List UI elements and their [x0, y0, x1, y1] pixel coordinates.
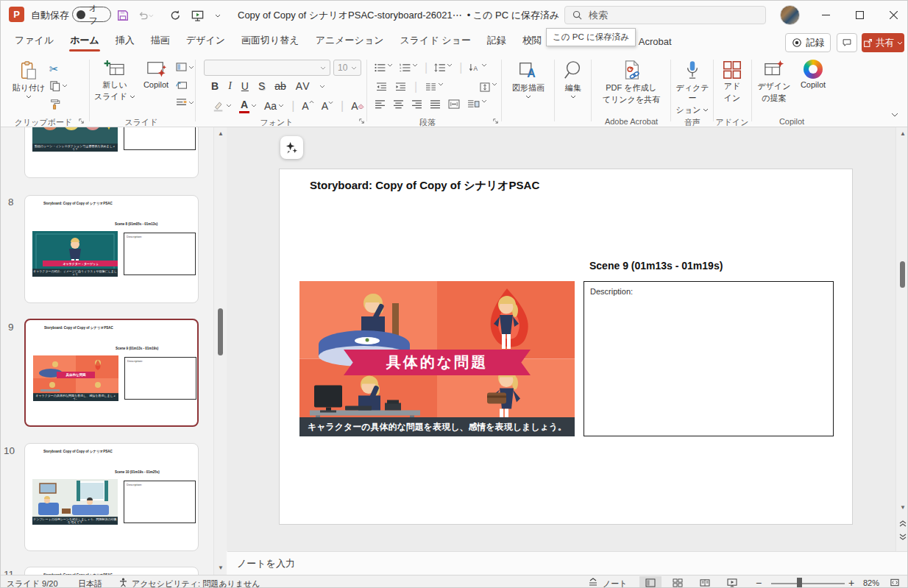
- character-spacing-button[interactable]: AV: [296, 80, 311, 92]
- slide-sorter-view-button[interactable]: [667, 576, 689, 588]
- share-button[interactable]: 共有: [862, 33, 904, 52]
- bold-button[interactable]: B: [211, 80, 219, 92]
- cut-button[interactable]: ✂: [49, 63, 59, 76]
- slide-thumbnail-9-selected[interactable]: Storyboard: Copy of Copy of シナリオPSAC Sce…: [24, 319, 199, 427]
- quick-access-more-button[interactable]: [210, 7, 226, 24]
- text-direction-button[interactable]: A: [469, 63, 487, 72]
- align-right-button[interactable]: [411, 100, 422, 109]
- tab-home[interactable]: ホーム: [62, 28, 107, 54]
- addins-button[interactable]: アド イン: [716, 60, 748, 104]
- slide-canvas[interactable]: Storyboard: Copy of Copy of シナリオPSAC Sce…: [279, 169, 853, 525]
- slide-title[interactable]: Storyboard: Copy of Copy of シナリオPSAC: [310, 179, 539, 193]
- slide-layout-button[interactable]: [176, 63, 194, 71]
- zoom-slider-track[interactable]: [771, 583, 845, 584]
- powerpoint-logo-icon[interactable]: P: [9, 7, 24, 22]
- scroll-down-icon[interactable]: ▼: [214, 564, 227, 571]
- shrink-font-button[interactable]: A: [322, 100, 333, 112]
- tab-transitions[interactable]: 画面切り替え: [233, 28, 308, 54]
- zoom-slider-thumb[interactable]: [797, 578, 802, 588]
- copy-button[interactable]: [49, 80, 68, 91]
- increase-indent-button[interactable]: [395, 82, 406, 91]
- section-button[interactable]: [176, 98, 194, 107]
- grow-font-button[interactable]: A: [302, 100, 313, 112]
- design-ideas-button[interactable]: デザイン の提案: [754, 60, 794, 104]
- drawing-button[interactable]: A 図形描画: [506, 60, 551, 99]
- align-text-button[interactable]: [480, 82, 497, 92]
- scroll-up-icon[interactable]: ▲: [214, 130, 227, 137]
- tab-record[interactable]: 記録: [479, 28, 514, 54]
- columns-button[interactable]: [425, 82, 444, 91]
- spacing-dropdown-icon[interactable]: [319, 85, 325, 88]
- highlight-button[interactable]: [213, 100, 232, 112]
- line-spacing-button[interactable]: [434, 63, 453, 72]
- justify-button[interactable]: [430, 100, 441, 109]
- description-box[interactable]: Description:: [584, 281, 834, 436]
- close-button[interactable]: [876, 1, 908, 29]
- zoom-in-button[interactable]: +: [848, 577, 854, 588]
- decrease-indent-button[interactable]: [376, 82, 387, 91]
- tab-draw[interactable]: 描画: [143, 28, 178, 54]
- maximize-button[interactable]: [843, 1, 876, 29]
- vertical-scrollbar[interactable]: ▲ ▼: [895, 127, 908, 551]
- text-shadow-button[interactable]: S: [258, 80, 265, 92]
- document-title[interactable]: Copy of Copy of シナリオPSAC-storyboard-2602…: [238, 9, 570, 22]
- paste-button[interactable]: 貼り付け: [10, 60, 48, 99]
- autosave-toggle[interactable]: オフ: [72, 7, 111, 22]
- clear-formatting-button[interactable]: A: [351, 100, 364, 112]
- distribute-columns-button[interactable]: [448, 99, 460, 109]
- font-size-combo[interactable]: 10: [333, 60, 361, 76]
- slide-thumbnail-8[interactable]: Storyboard: Copy of Copy of シナリオPSAC Sce…: [24, 195, 199, 303]
- search-input[interactable]: 検索: [564, 6, 766, 24]
- zoom-level[interactable]: 82%: [863, 578, 879, 587]
- save-button[interactable]: [115, 7, 131, 24]
- font-dialog-launcher[interactable]: [358, 118, 365, 124]
- tab-animations[interactable]: アニメーション: [308, 28, 392, 54]
- italic-button[interactable]: I: [228, 80, 232, 92]
- editing-button[interactable]: 編集: [557, 60, 589, 99]
- redo-button[interactable]: [167, 7, 183, 24]
- slide-thumbnail-11[interactable]: Storyboard: Copy of Copy of シナリオPSAC: [24, 567, 199, 575]
- scene-image[interactable]: 具体的な問題 キャラクターの具体的な問題を表現し、感情を表現しましょう。: [299, 281, 575, 436]
- notes-toggle-label[interactable]: ノート: [603, 578, 628, 588]
- normal-view-button[interactable]: [639, 576, 662, 588]
- tab-acrobat[interactable]: Acrobat: [631, 30, 680, 54]
- copilot-button[interactable]: Copilot: [795, 60, 831, 91]
- scroll-up-icon[interactable]: ▲: [896, 130, 908, 137]
- clipboard-dialog-launcher[interactable]: [78, 118, 85, 124]
- format-painter-button[interactable]: [49, 98, 61, 110]
- comments-button[interactable]: [837, 33, 857, 52]
- undo-button[interactable]: [138, 7, 154, 24]
- paragraph-dialog-launcher[interactable]: [492, 118, 499, 124]
- notes-pane[interactable]: ノートを入力: [227, 551, 908, 575]
- minimize-button[interactable]: [809, 1, 843, 29]
- reset-slide-button[interactable]: [176, 80, 187, 90]
- numbering-button[interactable]: [400, 63, 418, 72]
- strikethrough-button[interactable]: ab: [274, 80, 286, 92]
- underline-button[interactable]: U: [241, 80, 249, 92]
- align-center-button[interactable]: [393, 100, 404, 109]
- accessibility-status[interactable]: アクセシビリティ: 問題ありません: [132, 578, 260, 588]
- record-button[interactable]: 記録: [785, 33, 831, 52]
- language-indicator[interactable]: 日本語: [78, 578, 102, 588]
- slide-thumbnail-10[interactable]: Storyboard: Copy of Copy of シナリオPSAC Sce…: [24, 443, 199, 551]
- tab-design[interactable]: デザイン: [178, 28, 233, 54]
- next-slide-button[interactable]: [896, 534, 908, 540]
- font-name-combo[interactable]: [204, 60, 330, 76]
- change-case-button[interactable]: Aa: [264, 100, 284, 112]
- thumbnail-scrollbar[interactable]: ▲ ▼: [213, 127, 227, 575]
- thumbnail-scrollbar-thumb[interactable]: [218, 308, 223, 355]
- tab-insert[interactable]: 挿入: [107, 28, 143, 54]
- create-pdf-button[interactable]: PDF を作成し てリンクを共有: [595, 60, 667, 105]
- slideshow-view-button[interactable]: [721, 576, 743, 588]
- scroll-down-icon[interactable]: ▼: [896, 504, 908, 511]
- previous-slide-button[interactable]: [896, 520, 908, 527]
- tab-file[interactable]: ファイル: [7, 28, 62, 54]
- scrollbar-thumb[interactable]: [900, 261, 905, 288]
- slide-counter[interactable]: スライド 9/20: [7, 578, 58, 588]
- tab-slideshow[interactable]: スライド ショー: [391, 28, 478, 54]
- tab-review[interactable]: 校閲: [514, 28, 550, 54]
- align-left-button[interactable]: [375, 100, 386, 109]
- scene-heading[interactable]: Scene 9 (01m13s - 01m19s): [589, 260, 723, 272]
- reading-view-button[interactable]: [694, 576, 716, 588]
- fit-to-window-button[interactable]: [890, 578, 900, 587]
